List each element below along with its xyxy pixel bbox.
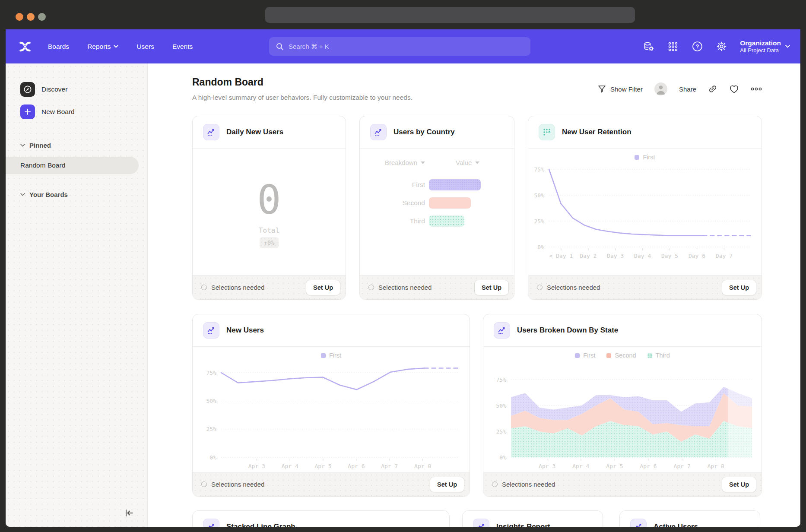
card-header: Active Users	[620, 511, 760, 527]
svg-text:75%: 75%	[206, 370, 217, 376]
svg-text:Apr 3: Apr 3	[539, 463, 555, 469]
card-header: Daily New Users	[193, 116, 346, 149]
sidebar-section-pinned[interactable]: Pinned	[6, 139, 147, 152]
section-label: Your Boards	[29, 191, 68, 198]
svg-text:?: ?	[695, 43, 699, 50]
nav-item-reports[interactable]: Reports	[87, 43, 118, 51]
copy-link-icon[interactable]	[708, 84, 717, 94]
help-icon[interactable]: ?	[692, 41, 703, 52]
nav-item-label: Reports	[87, 43, 111, 51]
svg-text:50%: 50%	[206, 398, 217, 404]
favorite-heart-icon[interactable]	[729, 85, 739, 94]
svg-text:Day 5: Day 5	[661, 253, 678, 259]
compass-icon	[20, 82, 35, 97]
set-up-button[interactable]: Set Up	[722, 280, 756, 295]
status-radio-icon	[201, 285, 207, 290]
card-title: New User Retention	[562, 128, 631, 136]
page-title: Random Board	[192, 76, 263, 88]
show-filter-button[interactable]: Show Filter	[598, 85, 643, 93]
collapse-sidebar-icon[interactable]	[124, 509, 134, 517]
board-name: Random Board	[20, 162, 65, 169]
new-users-line-chart: 75%50%25%0%Apr 3Apr 4Apr 5Apr 6Apr 7Apr …	[193, 347, 470, 473]
apps-grid-icon[interactable]	[667, 41, 679, 52]
caret-down-icon	[421, 162, 425, 164]
mixpanel-logo[interactable]	[19, 40, 32, 53]
chevron-down-icon	[114, 45, 118, 48]
card-users-by-country[interactable]: Users by Country Breakdown Value	[359, 116, 514, 300]
settings-gear-icon[interactable]	[716, 41, 727, 52]
window-titlebar	[0, 0, 806, 29]
card-body: First Second Third 75%50%25%0%Apr 3Apr 4…	[483, 347, 762, 472]
avatar[interactable]	[654, 82, 667, 95]
chevron-down-icon	[20, 144, 25, 147]
svg-text:Apr 5: Apr 5	[314, 463, 331, 469]
share-button[interactable]: Share	[679, 86, 696, 93]
card-title: Users Broken Down By State	[517, 326, 618, 335]
set-up-button[interactable]: Set Up	[306, 280, 340, 295]
line-chart-icon	[370, 124, 387, 140]
breakdown-dropdown[interactable]: Breakdown	[385, 159, 425, 166]
line-chart-icon	[473, 519, 489, 527]
card-body: Breakdown Value First	[360, 149, 514, 275]
card-daily-new-users[interactable]: Daily New Users 0 Total ↑0% Selections n…	[192, 116, 346, 300]
card-new-users[interactable]: New Users First 75%50%25%0%Apr 3Apr 4Apr…	[192, 314, 470, 497]
svg-text:Day 2: Day 2	[580, 253, 597, 259]
status-radio-icon	[368, 285, 374, 290]
status-radio-icon	[201, 481, 207, 487]
browser-address-bar[interactable]	[265, 7, 635, 23]
person-icon	[654, 82, 667, 95]
data-management-icon[interactable]	[643, 41, 654, 52]
status-text: Selections needed	[211, 284, 264, 291]
set-up-button[interactable]: Set Up	[430, 477, 464, 492]
set-up-button[interactable]: Set Up	[474, 280, 509, 295]
nav-item-events[interactable]: Events	[172, 43, 193, 51]
set-up-button[interactable]: Set Up	[722, 477, 756, 492]
card-insights-report[interactable]: Insights Report	[462, 510, 603, 527]
svg-text:< Day 1: < Day 1	[549, 253, 573, 259]
svg-text:Day 7: Day 7	[716, 253, 733, 259]
retention-line-chart: 75%50%25%0%< Day 1Day 2Day 3Day 4Day 5Da…	[528, 149, 762, 276]
plus-icon	[20, 104, 35, 119]
line-chart-icon	[203, 124, 219, 140]
metric-label: Total	[259, 226, 279, 234]
org-switcher[interactable]: Organization All Project Data	[740, 39, 790, 54]
value-dropdown[interactable]: Value	[456, 159, 479, 166]
sidebar-item-new-board[interactable]: New Board	[6, 102, 147, 121]
line-chart-icon	[494, 322, 510, 339]
metric-delta-badge: ↑0%	[260, 237, 278, 248]
share-label: Share	[679, 86, 696, 93]
status-text: Selections needed	[547, 284, 600, 291]
line-chart-icon	[630, 519, 647, 527]
svg-text:Day 6: Day 6	[689, 253, 705, 259]
sidebar-section-your-boards[interactable]: Your Boards	[6, 188, 147, 201]
sidebar-item-discover[interactable]: Discover	[6, 80, 147, 99]
more-options-icon[interactable]	[751, 87, 762, 91]
card-users-by-state[interactable]: Users Broken Down By State First Second …	[483, 314, 762, 497]
search-input[interactable]: Search ⌘ + K	[269, 37, 530, 56]
svg-text:0%: 0%	[209, 454, 216, 461]
filter-funnel-icon	[598, 85, 606, 93]
status-radio-icon	[537, 285, 543, 290]
card-body: First 75%50%25%0%Apr 3Apr 4Apr 5Apr 6Apr…	[193, 347, 470, 472]
card-body: 0 Total ↑0%	[193, 149, 346, 275]
window-minimize-button[interactable]	[27, 13, 35, 21]
metric-value: 0	[257, 180, 281, 220]
card-stacked-line-graph[interactable]: Stacked Line Graph	[192, 510, 450, 527]
bar-row: First	[360, 179, 481, 190]
line-chart-icon	[203, 519, 219, 527]
sidebar-item-random-board-selected[interactable]: Random Board	[6, 157, 139, 174]
nav-item-users[interactable]: Users	[136, 43, 154, 51]
svg-text:Apr 8: Apr 8	[708, 463, 724, 469]
caret-down-icon	[475, 162, 479, 164]
svg-text:Apr 6: Apr 6	[640, 463, 657, 469]
card-new-user-retention[interactable]: New User Retention First 75%50%25%0%< Da…	[528, 116, 762, 300]
card-active-users[interactable]: Active Users	[619, 510, 760, 527]
section-label: Pinned	[29, 142, 51, 149]
window-close-button[interactable]	[16, 13, 23, 21]
screen: Boards Reports Users Events Search ⌘ + K	[0, 0, 806, 532]
svg-text:0%: 0%	[537, 244, 544, 250]
svg-text:Apr 5: Apr 5	[606, 463, 623, 469]
window-zoom-button[interactable]	[38, 13, 46, 21]
nav-item-boards[interactable]: Boards	[48, 43, 69, 51]
card-footer: Selections needed Set Up	[193, 472, 470, 496]
